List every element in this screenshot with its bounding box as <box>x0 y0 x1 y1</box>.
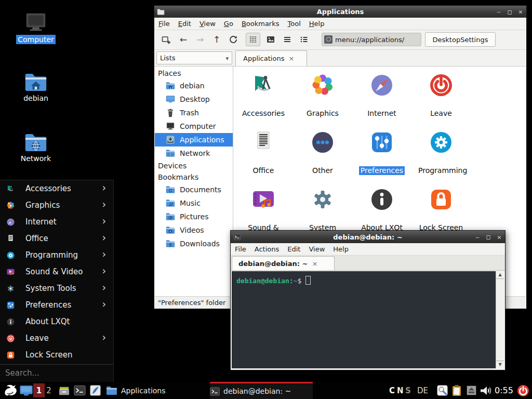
menu-edit[interactable]: Edit <box>174 18 195 30</box>
app-category-other[interactable]: Other <box>293 130 352 187</box>
scroll-up-icon[interactable] <box>496 271 504 279</box>
menu-bookmarks[interactable]: Bookmarks <box>237 18 284 30</box>
terminal-screen[interactable]: debian@debian:~$ <box>232 271 496 368</box>
terminal-scrollbar[interactable] <box>496 271 504 368</box>
sidebar-item-network[interactable]: Network <box>155 147 233 160</box>
menu-file[interactable]: File <box>231 243 250 255</box>
close-button[interactable] <box>496 233 502 241</box>
tray-volume-icon[interactable] <box>479 382 491 399</box>
sidebar-item-downloads[interactable]: Downloads <box>155 237 233 250</box>
sidebar-item-applications[interactable]: Applications <box>155 133 233 147</box>
tray-removable-media-icon[interactable] <box>466 382 477 399</box>
menu-item-preferences[interactable]: Preferences <box>0 297 113 313</box>
terminal-titlebar[interactable]: debian@debian: ~ <box>231 231 505 243</box>
app-category-preferences[interactable]: Preferences <box>352 130 411 187</box>
sidebar-item-trash[interactable]: Trash <box>155 106 233 119</box>
menu-actions[interactable]: Actions <box>250 243 284 255</box>
minimize-button[interactable] <box>496 8 502 15</box>
caps-lock-indicator[interactable]: C <box>389 382 395 399</box>
sidebar-item-desktop[interactable]: Desktop <box>155 92 233 106</box>
app-category-graphics[interactable]: Graphics <box>293 73 352 130</box>
leave-button[interactable] <box>517 382 529 399</box>
menu-help[interactable]: Help <box>305 18 329 30</box>
task-button-applications[interactable]: Applications <box>106 382 209 399</box>
thumbnail-view-button[interactable] <box>263 33 278 46</box>
compact-view-button[interactable] <box>280 33 295 46</box>
location-icon <box>324 35 332 44</box>
clock[interactable]: 0:55 <box>495 382 513 399</box>
app-category-leave[interactable]: Leave <box>411 73 471 130</box>
menu-item-sound-video[interactable]: Sound & Video <box>0 263 113 280</box>
tab-close-icon[interactable] <box>312 260 317 268</box>
sidebar-item-music[interactable]: Music <box>155 196 233 210</box>
quicklaunch-file-manager[interactable] <box>58 382 70 399</box>
prompt-separator: : <box>289 277 294 285</box>
workspace-1-button[interactable]: 1 <box>33 383 45 397</box>
maximize-button[interactable] <box>485 233 491 241</box>
menu-item-about-lxqt[interactable]: About LXQt <box>0 313 113 330</box>
maximize-button[interactable] <box>507 8 513 16</box>
menu-item-leave[interactable]: Leave <box>0 330 113 347</box>
menu-item-internet[interactable]: Internet <box>0 214 113 230</box>
show-desktop-button[interactable] <box>19 382 33 399</box>
start-menu-button[interactable] <box>3 382 17 399</box>
icon-view-button[interactable] <box>246 33 260 46</box>
fm-titlebar[interactable]: Applications <box>154 6 526 18</box>
num-lock-indicator[interactable]: N <box>397 382 404 399</box>
sidebar-item-debian[interactable]: debian <box>155 79 233 92</box>
quicklaunch-featherpad[interactable] <box>89 382 101 399</box>
detailed-view-button[interactable] <box>297 33 311 46</box>
scroll-down-icon[interactable] <box>496 361 504 368</box>
tray-screenshot-icon[interactable] <box>436 382 448 399</box>
forward-button[interactable]: → <box>193 33 207 46</box>
menu-view[interactable]: View <box>195 18 220 30</box>
task-button-terminal[interactable]: debian@debian: ~ <box>210 382 313 399</box>
tab-applications[interactable]: Applications <box>235 50 307 66</box>
lists-combobox[interactable]: Lists <box>156 51 232 64</box>
workspace-2-button[interactable]: 2 <box>45 382 53 399</box>
back-button[interactable]: ← <box>176 33 191 46</box>
menu-item-graphics[interactable]: Graphics <box>0 197 113 214</box>
desktop-icon-debian[interactable]: debian <box>14 73 58 103</box>
menu-item-system-tools[interactable]: System Tools <box>0 280 113 297</box>
menu-go[interactable]: Go <box>220 18 237 30</box>
reload-button[interactable] <box>226 33 241 46</box>
app-category-office[interactable]: Office <box>234 130 293 187</box>
minimize-button[interactable] <box>474 234 481 241</box>
menu-item-office[interactable]: Office <box>0 230 113 247</box>
sidebar-item-videos[interactable]: Videos <box>155 223 233 237</box>
desktop-icon-network[interactable]: Network <box>14 133 58 163</box>
sidebar-item-pictures[interactable]: Pictures <box>155 210 233 223</box>
menu-item-lock-screen[interactable]: Lock Screen <box>0 347 113 363</box>
menu-file[interactable]: File <box>154 18 174 30</box>
sidebar-item-documents[interactable]: Documents <box>155 183 233 196</box>
taskbar: 1 2 Applications debian@debian: ~ C N S … <box>0 382 532 399</box>
documents-folder-icon <box>166 185 175 194</box>
desktop-settings-button[interactable]: DesktopSettings <box>425 32 496 47</box>
desktop-icon-computer[interactable]: Computer <box>14 11 58 44</box>
app-category-programming[interactable]: Programming <box>411 130 471 187</box>
keyboard-layout-indicator[interactable]: DE <box>417 382 428 399</box>
tab-close-icon[interactable] <box>288 55 294 62</box>
menu-edit[interactable]: Edit <box>283 243 304 255</box>
new-tab-button[interactable] <box>158 33 173 46</box>
menu-item-programming[interactable]: Programming <box>0 247 113 263</box>
preferences-icon <box>369 130 394 155</box>
quicklaunch-terminal[interactable] <box>74 382 86 399</box>
scroll-lock-indicator[interactable]: S <box>405 382 411 399</box>
submenu-arrow-icon <box>102 217 106 227</box>
close-button[interactable] <box>517 8 524 16</box>
sidebar-item-computer[interactable]: Computer <box>155 119 233 133</box>
menu-help[interactable]: Help <box>329 243 353 255</box>
sound-video-icon <box>251 187 276 212</box>
app-category-internet[interactable]: Internet <box>352 73 411 130</box>
menu-view[interactable]: View <box>304 243 329 255</box>
menu-tool[interactable]: Tool <box>284 18 305 30</box>
menu-item-accessories[interactable]: Accessories <box>0 180 113 197</box>
up-button[interactable]: ↑ <box>209 33 224 46</box>
menu-search-field[interactable]: Search... <box>0 364 113 381</box>
address-bar[interactable]: menu://applications/ <box>322 33 421 46</box>
tab-terminal[interactable]: debian@debian: ~ <box>232 256 335 270</box>
tray-clipboard-icon[interactable] <box>450 382 463 399</box>
app-category-accessories[interactable]: Accessories <box>234 73 293 130</box>
